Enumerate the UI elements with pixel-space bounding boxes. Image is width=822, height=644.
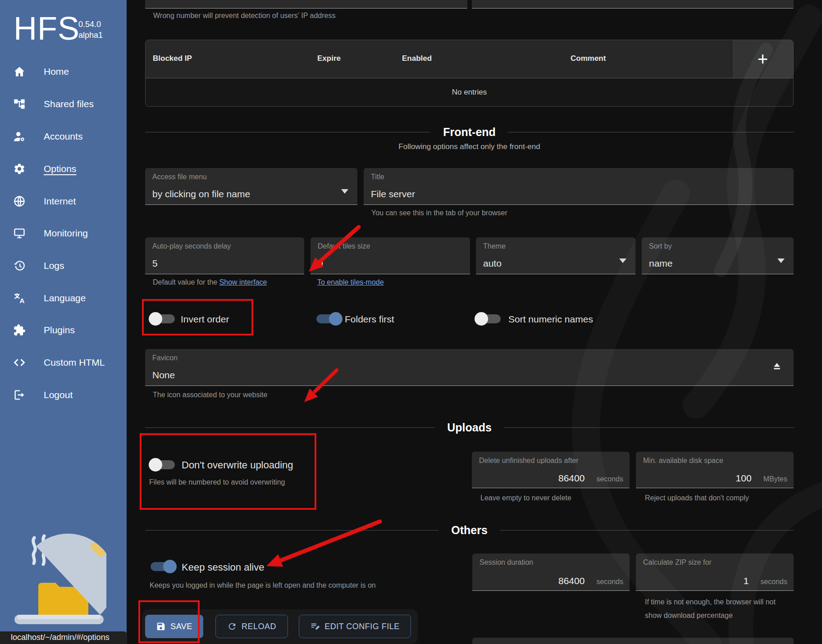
save-button-label: SAVE [170, 622, 192, 631]
reload-button-label: RELOAD [242, 622, 276, 631]
invert-order-toggle[interactable] [150, 313, 176, 325]
table-empty-state: No entries [146, 78, 793, 106]
title-field[interactable]: Title File server [364, 168, 794, 205]
sidebar-item-home[interactable]: Home [0, 62, 127, 81]
save-button[interactable]: SAVE [145, 615, 203, 638]
clipped-input-top-left[interactable] [145, 0, 467, 9]
internet-globe-icon [13, 195, 26, 208]
accounts-icon [13, 130, 26, 143]
dont-overwrite-label[interactable]: Don't overwrite uploading [182, 459, 293, 471]
invert-order-label[interactable]: Invert order [181, 314, 229, 325]
toggle-knob [149, 458, 162, 472]
field-value: by clicking on file name [152, 189, 250, 200]
column-expire: Expire [317, 54, 341, 63]
sidebar-item-plugins[interactable]: Plugins [0, 321, 127, 340]
field-label: Min. available disk space [643, 457, 723, 465]
chevron-down-icon [777, 259, 785, 263]
sidebar-item-custom-html[interactable]: Custom HTML [0, 353, 127, 372]
svg-text:A: A [20, 297, 25, 304]
sort-by-select[interactable]: Sort by name [642, 237, 794, 274]
field-label: Access file menu [152, 173, 207, 181]
tiles-hint: To enable tiles-mode [317, 278, 384, 286]
sort-numeric-toggle[interactable] [475, 313, 502, 325]
column-blocked-ip: Blocked IP [153, 54, 192, 63]
clipped-input-top-right[interactable] [472, 0, 794, 9]
refresh-icon [227, 621, 237, 631]
sidebar-item-label: Monitoring [44, 228, 88, 239]
clipped-field-bottom[interactable] [472, 638, 794, 644]
field-unit: seconds [596, 475, 623, 483]
annotation-box-dont-overwrite [140, 433, 316, 510]
logout-icon [13, 388, 26, 402]
hint-text: Default value for the [153, 278, 219, 286]
shared-files-icon [13, 97, 26, 111]
show-interface-link[interactable]: Show interface [219, 278, 267, 286]
add-blocked-ip-button[interactable]: + [732, 40, 793, 78]
field-label: Default tiles size [318, 242, 370, 250]
sidebar-item-language[interactable]: A Language [0, 289, 127, 308]
edit-config-file-button[interactable]: EDIT CONFIG FILE [299, 615, 411, 638]
favicon-field[interactable]: Favicon None [145, 349, 794, 386]
toggle-knob [163, 560, 177, 573]
zip-size-hint: If time is not enough, the browser will … [645, 595, 794, 622]
folders-first-toggle[interactable] [315, 313, 342, 325]
keep-session-label[interactable]: Keep session alive [182, 562, 264, 573]
sidebar-item-logout[interactable]: Logout [0, 385, 127, 404]
session-duration-field[interactable]: Session duration 86400seconds [472, 553, 630, 591]
field-value: name [649, 258, 673, 269]
autoplay-hint: Default value for the Show interface [153, 278, 267, 286]
delete-unfinished-field[interactable]: Delete unfinished uploads after 86400sec… [472, 452, 630, 488]
column-comment: Comment [571, 54, 606, 63]
proxies-hint: Wrong number will prevent detection of u… [153, 12, 335, 20]
enable-tiles-mode-link[interactable]: To enable tiles-mode [317, 278, 384, 286]
sidebar-item-logs[interactable]: Logs [0, 256, 127, 275]
chevron-down-icon [619, 259, 626, 263]
field-value: auto [483, 258, 502, 269]
dont-overwrite-hint: Files will be numbered to avoid overwrit… [149, 478, 285, 486]
frontend-section-heading: Front-end [145, 124, 794, 140]
field-value: 86400 [558, 576, 585, 586]
min-disk-space-field[interactable]: Min. available disk space 100MBytes [636, 452, 794, 488]
sidebar-item-shared-files[interactable]: Shared files [0, 95, 127, 113]
dont-overwrite-toggle[interactable] [150, 459, 176, 471]
app-logo: HFS [14, 10, 80, 47]
divider [145, 427, 434, 428]
zip-size-field[interactable]: Calculate ZIP size for 1seconds [636, 553, 794, 591]
sidebar-item-label: Plugins [44, 325, 75, 336]
section-title: Uploads [447, 421, 492, 434]
field-label: Calculate ZIP size for [643, 558, 712, 567]
divider [500, 530, 794, 531]
access-file-menu-select[interactable]: Access file menu by clicking on file nam… [145, 168, 357, 205]
edit-config-icon [310, 621, 320, 631]
field-value: 100 [736, 473, 752, 484]
field-label: Favicon [152, 354, 178, 362]
field-label: Auto-play seconds delay [152, 242, 231, 250]
field-value: 0 [318, 258, 323, 269]
theme-select[interactable]: Theme auto [476, 237, 635, 274]
default-tiles-size-field[interactable]: Default tiles size 0 [311, 237, 470, 274]
logs-history-icon [13, 259, 26, 272]
field-value: 86400 [558, 473, 585, 484]
blocked-ip-table: Blocked IP Expire Enabled Comment + No e… [145, 40, 794, 107]
sidebar-item-accounts[interactable]: Accounts [0, 127, 127, 146]
sidebar-item-label: Custom HTML [44, 357, 105, 368]
sort-numeric-label[interactable]: Sort numeric names [508, 314, 593, 325]
autoplay-delay-field[interactable]: Auto-play seconds delay 5 [145, 237, 304, 274]
options-gear-icon [13, 162, 26, 176]
toggle-knob [149, 312, 162, 326]
sidebar-item-internet[interactable]: Internet [0, 192, 127, 211]
field-unit: seconds [760, 578, 787, 586]
sidebar-item-options[interactable]: Options [0, 159, 127, 178]
language-translate-icon: A [13, 291, 26, 305]
folders-first-label[interactable]: Folders first [345, 314, 394, 325]
reload-button[interactable]: RELOAD [215, 615, 288, 638]
sidebar-item-label: Home [44, 66, 69, 77]
keep-session-toggle[interactable] [150, 561, 176, 572]
plugins-puzzle-icon [13, 323, 26, 337]
sidebar-item-label: Internet [44, 196, 76, 207]
sidebar-item-monitoring[interactable]: Monitoring [0, 224, 127, 243]
browser-status-bar: localhost/~/admin/#/options [0, 631, 127, 644]
min-disk-hint: Reject uploads that don't comply [645, 494, 749, 502]
eject-icon[interactable] [771, 361, 783, 372]
blocked-ip-table-header: Blocked IP Expire Enabled Comment + [146, 40, 793, 78]
